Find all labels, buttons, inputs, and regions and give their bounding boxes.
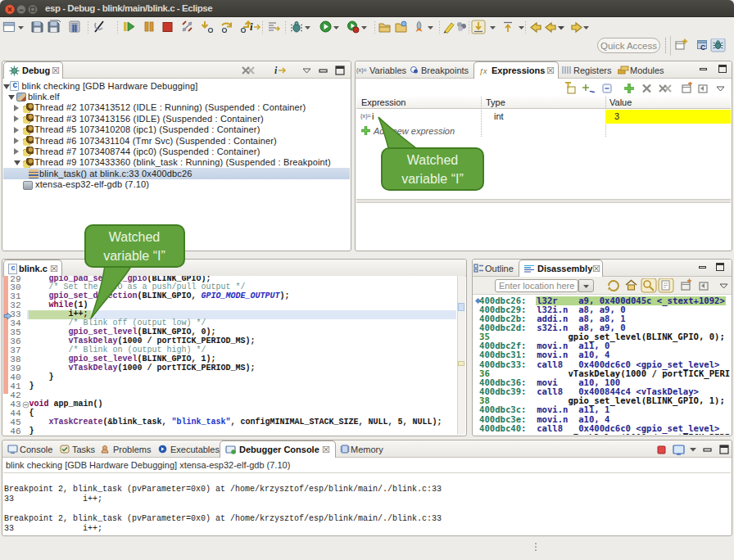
svg-text:variable “I”: variable “I” (103, 249, 165, 263)
svg-text:x: x (483, 67, 487, 75)
svg-text:variable “I”: variable “I” (401, 172, 464, 186)
svg-text:C: C (700, 43, 706, 52)
svg-text:(x)=: (x)= (360, 113, 371, 120)
svg-text:(x)=: (x)= (356, 67, 367, 74)
svg-text:i: i (274, 65, 278, 76)
svg-text:Watched: Watched (109, 230, 161, 244)
svg-text:Watched: Watched (407, 153, 459, 167)
svg-text:i: i (250, 20, 253, 33)
